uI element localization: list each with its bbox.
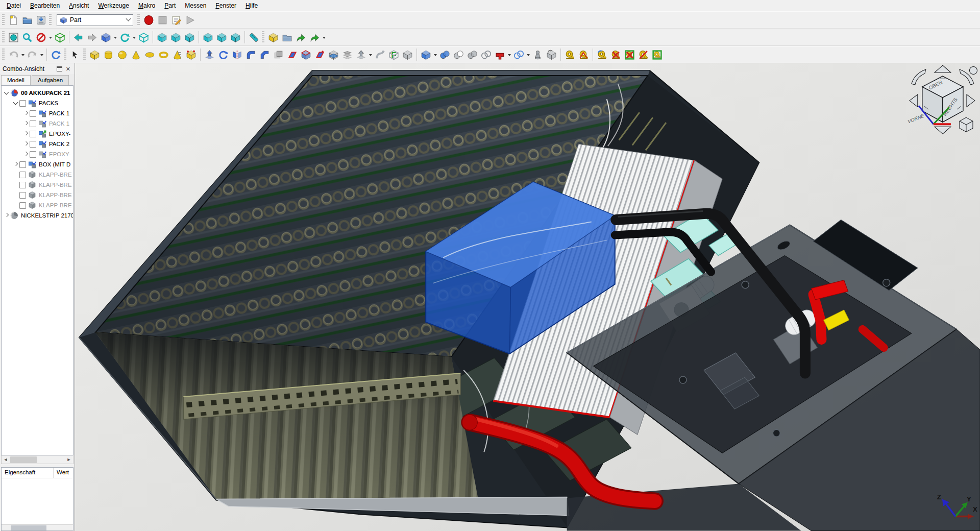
- chevron-right-icon[interactable]: [22, 130, 30, 137]
- menu-bearbeiten[interactable]: Bearbeiten: [26, 1, 64, 11]
- tree-item-pack1-hidden[interactable]: PACK 1: [2, 118, 73, 129]
- nav-circle[interactable]: [969, 67, 977, 75]
- view-axonometric-button[interactable]: [137, 31, 151, 44]
- create-part-button[interactable]: [266, 31, 280, 44]
- fit-all-button[interactable]: [7, 31, 20, 44]
- tree-item-klapp-3[interactable]: KLAPP-BRE: [2, 190, 73, 200]
- visibility-checkbox[interactable]: [19, 192, 26, 199]
- chevron-right-icon[interactable]: [22, 110, 30, 117]
- visibility-checkbox[interactable]: [30, 151, 36, 158]
- property-horizontal-scrollbar[interactable]: [2, 524, 73, 530]
- save-document-button[interactable]: [34, 13, 48, 27]
- tree-item-klapp-1[interactable]: KLAPP-BRE: [2, 170, 73, 180]
- draw-style-button[interactable]: [34, 31, 48, 44]
- view-right-button[interactable]: [183, 31, 197, 44]
- macro-execute-button[interactable]: [183, 13, 197, 27]
- scroll-left-arrow-icon[interactable]: ◄: [2, 456, 10, 464]
- model-tree[interactable]: 00 AKKUPACK 21 PACKS PACK 1 PACK 1: [1, 85, 74, 455]
- measure-refresh-button[interactable]: [595, 48, 609, 62]
- chevron-right-icon[interactable]: [22, 140, 30, 148]
- tree-item-epoxy[interactable]: EPOXY-: [2, 129, 73, 139]
- macro-edit-button[interactable]: [169, 13, 183, 27]
- sweep-button[interactable]: [373, 48, 387, 62]
- chevron-right-icon[interactable]: [3, 212, 10, 219]
- draw-style-dropdown[interactable]: [48, 31, 53, 44]
- menu-makro[interactable]: Makro: [134, 1, 160, 11]
- navigate-forward-button[interactable]: [85, 31, 99, 44]
- boolean-cut-button[interactable]: [452, 48, 465, 62]
- view-front-button[interactable]: [155, 31, 169, 44]
- boolean-xor-button[interactable]: [479, 48, 493, 62]
- panel-titlebar[interactable]: Combo-Ansicht ✕: [0, 63, 75, 74]
- menu-fenster[interactable]: Fenster: [211, 1, 241, 11]
- measure-distance-button[interactable]: [247, 31, 261, 44]
- toggle-3d-view-button[interactable]: [623, 48, 636, 62]
- chamfer-button[interactable]: [258, 48, 272, 62]
- measure-linear-button[interactable]: [563, 48, 577, 62]
- chevron-down-icon[interactable]: [12, 100, 19, 107]
- split-dropdown[interactable]: [526, 48, 531, 62]
- menu-hilfe[interactable]: Hilfe: [241, 1, 262, 11]
- mirror-button[interactable]: [230, 48, 244, 62]
- tab-modell[interactable]: Modell: [1, 75, 31, 85]
- fillet-button[interactable]: [244, 48, 258, 62]
- chevron-down-icon[interactable]: [3, 89, 10, 96]
- tree-item-nickelstrip[interactable]: NICKELSTRIP 2170: [2, 210, 73, 221]
- shape-from-font-button[interactable]: [387, 48, 401, 62]
- split-slice-button[interactable]: [512, 48, 526, 62]
- tree-item-box[interactable]: BOX (MIT D: [2, 159, 73, 170]
- visibility-checkbox[interactable]: [30, 120, 36, 127]
- visibility-checkbox[interactable]: [19, 172, 26, 178]
- tree-item-klapp-4[interactable]: KLAPP-BRE: [2, 200, 73, 210]
- create-group-button[interactable]: [280, 31, 294, 44]
- redo-button[interactable]: [26, 48, 39, 62]
- loft-dropdown[interactable]: [368, 48, 373, 62]
- visibility-checkbox[interactable]: [30, 141, 36, 148]
- measure-angular-button[interactable]: [577, 48, 591, 62]
- thickness-button[interactable]: [285, 48, 299, 62]
- make-sub-link-button[interactable]: [308, 31, 322, 44]
- chevron-right-icon[interactable]: [22, 120, 30, 127]
- toolbar-grip[interactable]: [2, 14, 5, 26]
- view-rotate-button[interactable]: [118, 31, 132, 44]
- revolve-button[interactable]: [216, 48, 230, 62]
- make-link-dropdown[interactable]: [322, 31, 327, 44]
- view-left-button[interactable]: [229, 31, 242, 44]
- toolbar-grip[interactable]: [2, 31, 5, 43]
- torus-button[interactable]: [157, 48, 170, 62]
- menu-part[interactable]: Part: [160, 1, 180, 11]
- redo-dropdown[interactable]: [39, 48, 44, 62]
- menu-datei[interactable]: Datei: [2, 1, 26, 11]
- macro-record-button[interactable]: [142, 13, 156, 27]
- toolbar-grip[interactable]: [83, 49, 86, 61]
- scroll-right-arrow-icon[interactable]: ►: [65, 456, 73, 464]
- measure-clear-all-button[interactable]: [609, 48, 623, 62]
- property-column-eigenschaft[interactable]: Eigenschaft: [2, 468, 53, 478]
- visibility-checkbox[interactable]: [30, 110, 36, 117]
- tree-item-packs[interactable]: PACKS: [2, 98, 73, 108]
- join-connect-button[interactable]: [493, 48, 507, 62]
- chevron-right-icon[interactable]: [22, 151, 30, 158]
- bounding-box-button[interactable]: [53, 31, 67, 44]
- toolbar-grip[interactable]: [49, 14, 52, 26]
- visibility-checkbox[interactable]: [19, 161, 26, 168]
- cross-sections-button[interactable]: [340, 48, 354, 62]
- offset-2d-button[interactable]: [272, 48, 285, 62]
- view-rotate-dropdown[interactable]: [132, 31, 137, 44]
- navigate-back-button[interactable]: [71, 31, 85, 44]
- undo-dropdown[interactable]: [20, 48, 26, 62]
- loft-button[interactable]: [354, 48, 368, 62]
- view-isometric-button[interactable]: [99, 31, 113, 44]
- 3d-viewport[interactable]: OBEN RECHTS VORNE X Y: [75, 63, 980, 531]
- sphere-button[interactable]: [115, 48, 129, 62]
- box-button[interactable]: [88, 48, 102, 62]
- tree-item-epoxy-hidden[interactable]: EPOXY-: [2, 149, 73, 159]
- undo-button[interactable]: [7, 48, 20, 62]
- workbench-selector[interactable]: Part: [57, 14, 133, 26]
- tree-item-pack2[interactable]: PACK 2: [2, 139, 73, 149]
- menu-ansicht[interactable]: Ansicht: [64, 1, 93, 11]
- tree-item-pack1[interactable]: PACK 1: [2, 108, 73, 118]
- open-document-button[interactable]: [20, 13, 34, 27]
- defeaturing-button[interactable]: [545, 48, 558, 62]
- view-bottom-button[interactable]: [215, 31, 229, 44]
